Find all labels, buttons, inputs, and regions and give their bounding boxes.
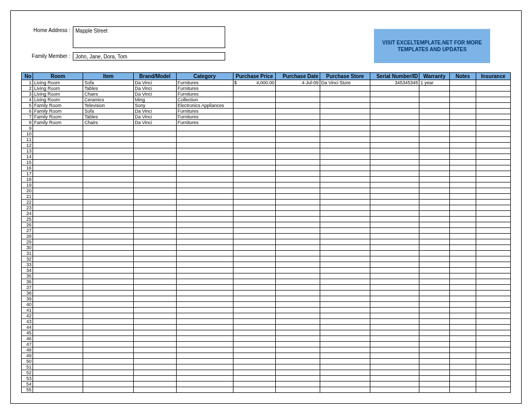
cell[interactable] xyxy=(320,353,370,359)
cell[interactable] xyxy=(83,211,134,217)
cell[interactable] xyxy=(176,262,233,268)
cell[interactable] xyxy=(83,165,134,171)
cell[interactable] xyxy=(449,262,476,268)
cell[interactable] xyxy=(176,137,233,143)
cell[interactable] xyxy=(83,148,134,154)
cell[interactable] xyxy=(176,291,233,296)
cell[interactable] xyxy=(476,160,510,165)
cell[interactable]: 50 xyxy=(22,359,33,364)
cell[interactable] xyxy=(320,370,370,376)
cell[interactable] xyxy=(233,359,276,364)
cell[interactable]: Living Room xyxy=(33,97,83,103)
cell[interactable] xyxy=(419,120,450,126)
cell[interactable]: Furnitures xyxy=(176,109,233,114)
cell[interactable] xyxy=(276,211,320,217)
cell[interactable] xyxy=(476,376,510,382)
cell[interactable] xyxy=(133,325,176,330)
cell[interactable] xyxy=(476,137,510,143)
cell[interactable] xyxy=(176,126,233,131)
cell[interactable]: Da Vinci xyxy=(133,86,176,91)
cell[interactable] xyxy=(449,137,476,143)
cell[interactable] xyxy=(276,228,320,234)
cell[interactable] xyxy=(449,268,476,273)
cell[interactable] xyxy=(233,228,276,234)
cell[interactable] xyxy=(320,205,370,211)
cell[interactable] xyxy=(233,285,276,291)
cell[interactable] xyxy=(476,148,510,154)
cell[interactable] xyxy=(33,336,83,342)
cell[interactable] xyxy=(370,291,419,296)
cell[interactable]: Ming xyxy=(133,97,176,103)
cell[interactable]: Television xyxy=(83,103,134,109)
cell[interactable] xyxy=(476,325,510,330)
cell[interactable]: Da Vinci Store xyxy=(320,80,370,86)
cell[interactable] xyxy=(276,165,320,171)
cell[interactable] xyxy=(476,131,510,137)
cell[interactable]: 13 xyxy=(22,148,33,154)
cell[interactable] xyxy=(133,268,176,273)
cell[interactable] xyxy=(83,251,134,256)
cell[interactable] xyxy=(33,126,83,131)
cell[interactable] xyxy=(233,143,276,148)
cell[interactable] xyxy=(83,273,134,279)
cell[interactable] xyxy=(276,109,320,114)
cell[interactable] xyxy=(176,313,233,319)
cell[interactable] xyxy=(276,154,320,160)
cell[interactable] xyxy=(370,131,419,137)
cell[interactable] xyxy=(83,131,134,137)
cell[interactable] xyxy=(449,114,476,120)
cell[interactable] xyxy=(176,308,233,313)
cell[interactable] xyxy=(449,182,476,188)
cell[interactable] xyxy=(320,302,370,308)
cell[interactable] xyxy=(33,262,83,268)
cell[interactable] xyxy=(176,239,233,245)
cell[interactable] xyxy=(320,171,370,177)
cell[interactable] xyxy=(419,165,450,171)
cell[interactable] xyxy=(419,126,450,131)
cell[interactable] xyxy=(176,182,233,188)
cell[interactable] xyxy=(276,279,320,285)
cell[interactable] xyxy=(419,160,450,165)
cell[interactable] xyxy=(83,296,134,302)
cell[interactable] xyxy=(449,86,476,91)
cell[interactable]: 22 xyxy=(22,200,33,205)
cell[interactable] xyxy=(176,336,233,342)
cell[interactable] xyxy=(370,86,419,91)
cell[interactable] xyxy=(33,143,83,148)
cell[interactable] xyxy=(276,217,320,222)
cell[interactable] xyxy=(33,194,83,200)
cell[interactable] xyxy=(83,319,134,325)
col-header-brand[interactable]: Brand/Model xyxy=(133,73,176,80)
cell[interactable]: Da Vinci xyxy=(133,114,176,120)
cell[interactable]: 16 xyxy=(22,165,33,171)
cell[interactable] xyxy=(476,370,510,376)
cell[interactable] xyxy=(83,330,134,336)
cell[interactable] xyxy=(176,177,233,182)
cell[interactable] xyxy=(476,273,510,279)
cell[interactable] xyxy=(476,177,510,182)
cell[interactable] xyxy=(276,387,320,393)
cell[interactable]: 27 xyxy=(22,228,33,234)
cell[interactable] xyxy=(320,200,370,205)
cell[interactable] xyxy=(419,262,450,268)
cell[interactable] xyxy=(370,364,419,370)
cell[interactable] xyxy=(176,165,233,171)
cell[interactable] xyxy=(133,291,176,296)
cell[interactable] xyxy=(370,296,419,302)
cell[interactable] xyxy=(320,319,370,325)
cell[interactable] xyxy=(320,222,370,228)
cell[interactable] xyxy=(133,245,176,251)
cell[interactable] xyxy=(320,86,370,91)
cell[interactable] xyxy=(33,376,83,382)
cell[interactable]: 1 xyxy=(22,80,33,86)
cell[interactable] xyxy=(476,143,510,148)
cell[interactable]: Tables xyxy=(83,114,134,120)
cell[interactable] xyxy=(33,370,83,376)
cell[interactable] xyxy=(233,148,276,154)
cell[interactable] xyxy=(370,370,419,376)
cell[interactable] xyxy=(419,273,450,279)
cell[interactable] xyxy=(33,273,83,279)
cell[interactable] xyxy=(276,171,320,177)
cell[interactable] xyxy=(370,148,419,154)
cell[interactable] xyxy=(370,256,419,262)
